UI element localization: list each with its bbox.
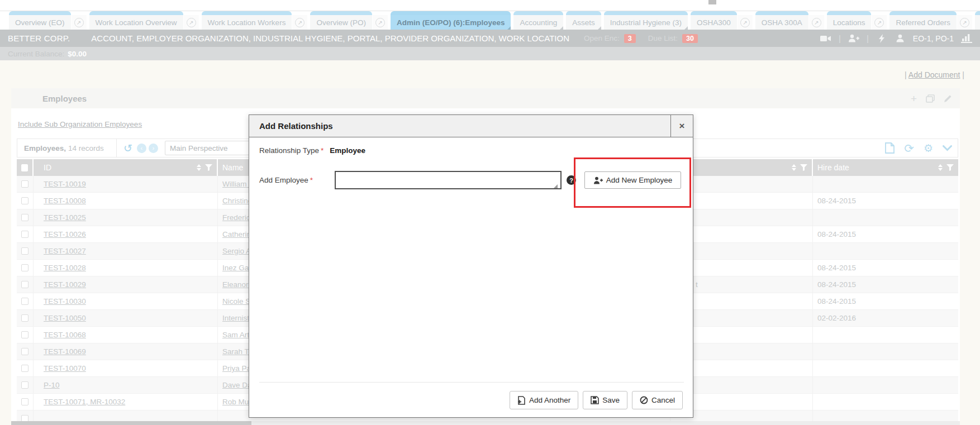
include-sub-org-employees-link[interactable]: Include Sub Organization Employees [18,120,142,128]
module-tab[interactable]: Industrial Hygiene (3) [604,11,688,30]
edit-pencil-icon[interactable] [944,94,952,103]
row-checkbox[interactable] [21,348,28,355]
module-tab[interactable]: Overview (PO) ↗ [310,11,388,30]
module-tab[interactable]: OSHA300 ↗ [691,11,753,30]
horizontal-scrollbar[interactable] [11,421,960,425]
row-checkbox[interactable] [21,231,28,238]
employee-id-link[interactable]: TEST-10068 [44,331,86,339]
module-tab[interactable]: Admin (EO/PO) (6):Employees [391,11,511,30]
row-checkbox[interactable] [21,331,28,338]
gear-icon[interactable]: ⚙ [924,143,933,154]
employee-id-link[interactable]: TEST-10025 [44,213,86,222]
textarea-resize-handle[interactable] [554,184,558,188]
module-tab[interactable]: Work Location Overview ↗ [89,11,199,30]
pager-prev-button[interactable]: ‹ [137,144,146,153]
close-icon[interactable]: × [670,115,693,137]
employee-id-link[interactable]: TEST-10008 [44,197,86,205]
column-header-id[interactable]: ID [34,159,218,176]
employee-name-link[interactable]: Eleanor [222,280,249,289]
module-tab[interactable]: Overview (EO) ↗ [9,11,87,30]
modal-header[interactable]: Add Relationships × [249,115,693,137]
copy-pages-icon[interactable] [926,94,935,103]
employee-name-link[interactable]: Priya Pa [222,364,251,373]
video-camera-icon[interactable] [820,34,831,43]
open-in-new-window-button[interactable]: ↗ [872,15,887,30]
open-enc-badge[interactable]: 3 [624,34,636,43]
perspective-select[interactable]: Main Perspective ▾ [165,141,258,155]
employee-id-link[interactable]: TEST-10028 [44,264,86,272]
scrollbar-thumb[interactable] [11,421,251,425]
employee-name-link[interactable]: Catherin [222,230,251,238]
employee-name-link[interactable]: Dave Da [222,381,252,389]
module-tab[interactable]: Portal Manage [975,11,980,30]
employee-id-link[interactable]: TEST-10050 [44,314,86,322]
employee-id-link[interactable]: TEST-10069 [44,347,86,356]
due-list-badge[interactable]: 30 [682,34,698,43]
sort-icon[interactable] [792,164,796,171]
add-another-button[interactable]: Add Another [510,391,578,409]
sort-icon[interactable] [197,164,201,171]
sync-icon[interactable]: ⟳ [904,142,914,154]
row-checkbox[interactable] [21,247,28,255]
employee-name-link[interactable]: Sarah Tl [222,347,251,356]
module-tab[interactable]: Work Location Workers ↗ [202,11,308,30]
row-checkbox[interactable] [21,197,28,204]
chevron-down-icon[interactable] [943,145,952,151]
filter-funnel-icon[interactable] [800,164,807,171]
column-header-hire-date[interactable]: Hire date [813,159,958,176]
module-tab[interactable]: Locations ↗ [827,11,887,30]
lightning-bolt-icon[interactable] [876,34,887,43]
open-in-new-window-button[interactable]: ↗ [809,15,824,30]
employee-id-link[interactable]: TEST-10027 [44,247,86,255]
row-checkbox[interactable] [21,314,28,322]
employee-id-link[interactable]: TEST-10029 [44,280,86,289]
cancel-button[interactable]: Cancel [632,391,683,409]
add-document-link[interactable]: Add Document [908,70,960,79]
module-tab[interactable]: Referred Orders ↗ [889,11,972,30]
employee-name-link[interactable]: Rob Mu [222,398,249,406]
employee-name-link[interactable]: William I [222,180,251,188]
add-icon[interactable]: + [911,93,917,104]
employee-name-link[interactable]: Internist [222,314,249,322]
sort-icon[interactable] [938,164,943,171]
row-checkbox[interactable] [21,298,28,305]
row-checkbox[interactable] [21,365,28,372]
row-checkbox[interactable] [21,264,28,271]
open-in-new-window-button[interactable]: ↗ [72,15,87,30]
employee-name-link[interactable]: Frederic [222,213,250,222]
module-tab[interactable]: Accounting [513,11,563,30]
employee-id-link[interactable]: TEST-10070 [44,364,86,373]
employee-name-link[interactable]: Nicole S [222,297,250,305]
person-icon[interactable] [895,34,906,43]
employee-id-link[interactable]: TEST-10030 [44,297,86,305]
filter-funnel-icon[interactable] [205,164,212,171]
open-in-new-window-button[interactable]: ↗ [292,15,307,30]
employee-id-link[interactable]: P-10 [44,381,60,389]
employee-name-link[interactable]: Christine [222,197,252,205]
employee-id-link[interactable]: TEST-10026 [44,230,86,238]
employee-id-link[interactable]: TEST-10019 [44,180,86,188]
employee-name-link[interactable]: Inez Gar [222,264,251,272]
grid-refresh-button[interactable]: ↺ [123,143,132,154]
select-all-checkbox[interactable] [17,159,34,176]
add-employee-input[interactable] [335,171,562,189]
row-checkbox[interactable] [21,180,28,188]
row-checkbox[interactable] [21,214,28,221]
employee-name-link[interactable]: Sam Artl [222,331,251,339]
row-checkbox[interactable] [21,381,28,389]
employee-name-link[interactable]: Sergio A [222,247,251,255]
pager-next-button[interactable]: › [149,144,158,153]
row-checkbox[interactable] [21,281,28,288]
open-in-new-window-button[interactable]: ↗ [957,15,972,30]
module-tab[interactable]: Assets [566,11,601,30]
module-tab[interactable]: OSHA 300A ↗ [755,11,824,30]
row-checkbox[interactable] [21,398,28,405]
filter-funnel-icon[interactable] [946,164,954,171]
save-button[interactable]: Save [583,391,627,409]
open-in-new-window-button[interactable]: ↗ [184,15,199,30]
open-in-new-window-button[interactable]: ↗ [738,15,753,30]
employee-id-link[interactable]: TEST-10071, MR-10032 [44,398,125,406]
new-document-icon[interactable] [885,142,895,154]
bar-chart-icon[interactable] [961,34,972,43]
add-person-icon[interactable] [848,34,859,43]
